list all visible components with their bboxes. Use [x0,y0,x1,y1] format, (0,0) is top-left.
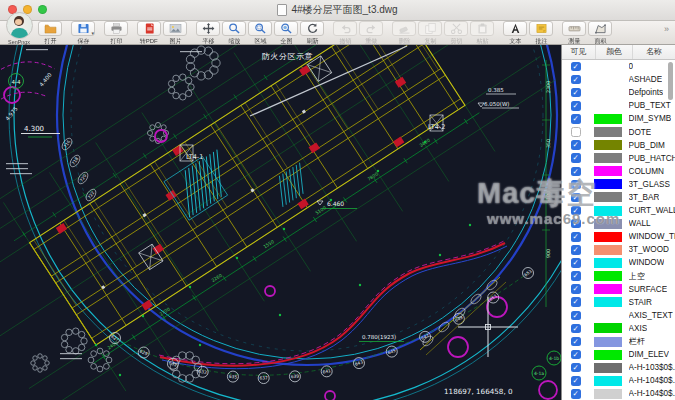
layer-visibility-checkbox[interactable]: ✓ [571,376,581,386]
layer-visibility-checkbox[interactable]: ✓ [571,245,581,255]
layer-row[interactable]: ✓ASHADE [562,73,675,86]
layer-visibility-checkbox[interactable]: ✓ [571,258,581,268]
layer-visibility-checkbox[interactable]: ✓ [571,311,581,321]
layer-row[interactable]: ✓上空 [562,270,675,283]
layer-color-swatch[interactable] [594,153,622,163]
layer-visibility-checkbox[interactable]: ✓ [571,350,581,360]
layer-visibility-checkbox[interactable]: ✓ [571,297,581,307]
layer-color-swatch[interactable] [594,310,622,320]
layer-row[interactable]: ✓COLUMN [562,165,675,178]
layer-visibility-checkbox[interactable]: ✓ [571,284,581,294]
save-icon[interactable]: ▾ [71,21,95,36]
toolbar-button-note[interactable]: 批注 [529,21,553,46]
folder-icon[interactable] [38,21,62,36]
layer-row[interactable]: DOTE [562,125,675,138]
toolbar-overflow-chevron[interactable]: » [664,24,669,34]
toolbar-button-measure[interactable]: 测量 [562,21,586,46]
maximize-button[interactable] [38,5,47,14]
layer-row[interactable]: ✓3T_WOOD [562,243,675,256]
layer-color-swatch[interactable] [594,323,622,333]
layer-color-swatch[interactable] [594,219,622,229]
toolbar-button-pan[interactable]: 平移 [196,21,220,46]
image-icon[interactable] [163,21,187,36]
layer-color-swatch[interactable] [594,75,622,85]
note-icon[interactable] [529,21,553,36]
layer-visibility-checkbox[interactable]: ✓ [571,363,581,373]
toolbar-button-text[interactable]: 文本 [503,21,527,46]
printer-icon[interactable] [104,21,128,36]
layer-color-swatch[interactable] [594,114,622,124]
layer-visibility-checkbox[interactable]: ✓ [571,88,581,98]
pdf-icon[interactable] [137,21,161,36]
layer-color-swatch[interactable] [594,337,622,347]
layer-row[interactable]: ✓SURFACE [562,283,675,296]
layer-row[interactable]: ✓PUB_TEXT [562,99,675,112]
zoom-icon[interactable] [222,21,246,36]
toolbar-button-save[interactable]: ▾保存 [71,21,95,46]
layer-color-swatch[interactable] [594,271,622,281]
layer-color-swatch[interactable] [594,140,622,150]
layer-visibility-checkbox[interactable]: ✓ [571,114,581,124]
layer-row[interactable]: ✓DIM_SYMB [562,112,675,125]
toolbar-button-image[interactable]: 图片 [163,21,187,46]
zoom-region-icon[interactable] [248,21,272,36]
layer-color-swatch[interactable] [594,350,622,360]
layer-row[interactable]: ✓WINDOW [562,256,675,269]
layer-row[interactable]: ✓3T_BAR [562,191,675,204]
measure-icon[interactable] [562,21,586,36]
layer-color-swatch[interactable] [594,245,622,255]
layer-row[interactable]: ✓PUB_HATCH [562,152,675,165]
layer-visibility-checkbox[interactable]: ✓ [571,337,581,347]
layer-color-swatch[interactable] [594,389,622,399]
layer-visibility-checkbox[interactable] [571,127,581,137]
pan-icon[interactable] [196,21,220,36]
layer-row[interactable]: ✓Defpoints [562,86,675,99]
refresh-icon[interactable] [300,21,324,36]
toolbar-button-zoom[interactable]: 缩放 [222,21,246,46]
layer-visibility-checkbox[interactable]: ✓ [571,167,581,177]
layer-row[interactable]: ✓3T_GLASS [562,178,675,191]
layer-color-swatch[interactable] [594,258,622,268]
layer-visibility-checkbox[interactable]: ✓ [571,140,581,150]
layer-row[interactable]: ✓CURT_WALL [562,204,675,217]
layer-visibility-checkbox[interactable]: ✓ [571,232,581,242]
avatar[interactable] [6,12,33,39]
layer-color-swatch[interactable] [594,206,622,216]
layer-color-swatch[interactable] [594,62,622,72]
layer-visibility-checkbox[interactable]: ✓ [571,101,581,111]
layer-row[interactable]: ✓0 [562,60,675,73]
layer-row[interactable]: ✓A-H-103$0$... [562,361,675,374]
layer-color-swatch[interactable] [594,284,622,294]
layer-row[interactable]: ✓AXIS_TEXT [562,309,675,322]
toolbar-button-area[interactable]: 面积 [588,21,612,46]
layer-row[interactable]: ✓STAIR [562,296,675,309]
layer-color-swatch[interactable] [594,363,622,373]
layer-color-swatch[interactable] [594,376,622,386]
layer-row[interactable]: ✓PUB_DIM [562,139,675,152]
layer-row[interactable]: ✓AXIS [562,322,675,335]
scrollbar-thumb[interactable] [668,62,673,100]
layer-row[interactable]: ✓WINDOW_TE... [562,230,675,243]
layer-row[interactable]: ✓DIM_ELEV [562,348,675,361]
layer-visibility-checkbox[interactable]: ✓ [571,193,581,203]
layer-visibility-checkbox[interactable]: ✓ [571,62,581,72]
toolbar-button-folder[interactable]: 打开 [38,21,62,46]
layer-visibility-checkbox[interactable]: ✓ [571,75,581,85]
layer-visibility-checkbox[interactable]: ✓ [571,271,581,281]
area-icon[interactable] [588,21,612,36]
layer-color-swatch[interactable] [594,232,622,242]
layer-color-swatch[interactable] [594,297,622,307]
layer-color-swatch[interactable] [594,179,622,189]
layer-row[interactable]: ✓栏杆 [562,335,675,348]
layer-color-swatch[interactable] [594,192,622,202]
save-dropdown-chevron[interactable]: ▾ [91,30,94,36]
toolbar-button-zoom-all[interactable]: 全图 [274,21,298,46]
layer-color-swatch[interactable] [594,88,622,98]
layer-row[interactable]: ✓A-H-104$0$... [562,387,675,400]
layer-row[interactable]: ✓A-H-104$0$... [562,374,675,387]
toolbar-button-pdf[interactable]: 转PDF [137,21,161,46]
layer-color-swatch[interactable] [594,101,622,111]
layer-color-swatch[interactable] [594,166,622,176]
layer-visibility-checkbox[interactable]: ✓ [571,219,581,229]
layer-visibility-checkbox[interactable]: ✓ [571,153,581,163]
